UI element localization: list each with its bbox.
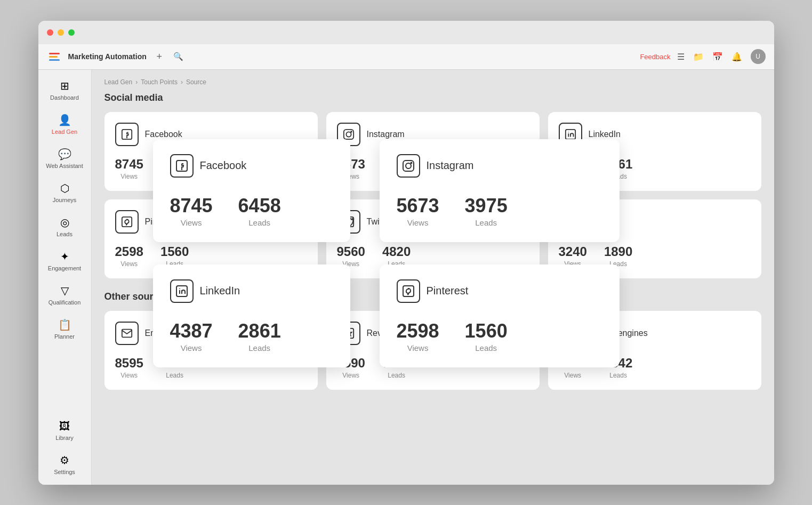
sidebar-item-leads[interactable]: ◎ Leads xyxy=(41,211,88,243)
facebook-name: Facebook xyxy=(145,130,182,139)
sidebar-item-engagement[interactable]: ✦ Engagement xyxy=(41,245,88,277)
overlay-header-pinterest: Pinterest xyxy=(397,279,602,303)
minimize-button[interactable] xyxy=(58,29,64,36)
social-section-title: Social media xyxy=(104,92,761,103)
overlay-pinterest-views-value: 2598 xyxy=(397,320,439,342)
email-views-stat: 8595 Views xyxy=(115,356,143,379)
overlay-header-facebook: Facebook xyxy=(170,154,333,178)
search-leads-label: Leads xyxy=(609,372,627,379)
breadcrumb-sep2: › xyxy=(181,78,183,86)
sidebar-label-planner: Planner xyxy=(54,333,75,340)
breadcrumb-source: Source xyxy=(186,78,206,86)
sidebar-label-lead-gen: Lead Gen xyxy=(52,129,77,135)
sidebar-item-journeys[interactable]: ⬡ Journeys xyxy=(41,177,88,209)
svg-rect-1 xyxy=(343,129,353,139)
sidebar-item-qualification[interactable]: ▽ Qualification xyxy=(41,279,88,311)
lead-gen-icon: 👤 xyxy=(58,114,71,126)
overlay-pinterest-stats: 2598 Views 1560 Leads xyxy=(397,311,602,352)
overlay-linkedin-views-label: Views xyxy=(181,343,202,352)
pinterest-views-label: Views xyxy=(120,260,138,268)
overlay-linkedin-name: LinkedIn xyxy=(200,285,240,297)
svg-point-3 xyxy=(351,131,352,132)
feedback-button[interactable]: Feedback xyxy=(640,53,670,61)
overlay-linkedin-icon xyxy=(170,279,194,303)
web-assistant-icon: 💬 xyxy=(58,148,71,161)
sidebar-item-web-assistant[interactable]: 💬 Web Assistant xyxy=(41,142,88,174)
breadcrumb-touchpoints[interactable]: Touch Points xyxy=(141,78,178,86)
overlay-facebook-views: 8745 Views xyxy=(170,195,213,227)
vk-views-stat: 3240 Views xyxy=(559,244,587,268)
add-button[interactable]: + xyxy=(153,50,166,63)
overlay-card-facebook[interactable]: Facebook 8745 Views 6458 Leads xyxy=(153,139,350,242)
overlay-linkedin-views: 4387 Views xyxy=(170,320,213,352)
overlay-instagram-leads: 3975 Leads xyxy=(465,195,508,227)
dashboard-icon: ⊞ xyxy=(60,79,69,92)
app-title: Marketing Automation xyxy=(68,52,147,61)
twitter-views-stat: 9560 Views xyxy=(337,244,365,268)
sidebar-item-dashboard[interactable]: ⊞ Dashboard xyxy=(41,74,88,106)
folder-icon[interactable]: 📁 xyxy=(693,52,704,62)
sidebar-label-qualification: Qualification xyxy=(49,299,81,306)
sidebar-label-journeys: Journeys xyxy=(53,197,77,203)
overlay-facebook-icon xyxy=(170,154,194,178)
qualification-icon: ▽ xyxy=(61,284,69,297)
sidebar-label-leads: Leads xyxy=(57,231,73,237)
overlay-facebook-stats: 8745 Views 6458 Leads xyxy=(170,186,333,227)
overlay-linkedin-leads-label: Leads xyxy=(248,343,270,352)
sidebar-item-lead-gen[interactable]: 👤 Lead Gen xyxy=(41,108,88,140)
close-button[interactable] xyxy=(47,29,53,36)
breadcrumb: Lead Gen › Touch Points › Source xyxy=(104,78,761,86)
overlay-facebook-leads: 6458 Leads xyxy=(238,195,281,227)
review-leads-label: Leads xyxy=(388,372,405,379)
svg-point-2 xyxy=(346,132,351,137)
breadcrumb-sep1: › xyxy=(135,78,138,86)
sidebar-item-library[interactable]: 🖼 Library xyxy=(41,415,88,446)
pinterest-icon xyxy=(115,210,139,234)
sidebar-label-library: Library xyxy=(55,435,74,441)
overlay-card-linkedin[interactable]: LinkedIn 4387 Views 2861 Leads xyxy=(153,264,350,367)
overlay-linkedin-leads: 2861 Leads xyxy=(238,320,281,352)
overlay-card-pinterest[interactable]: Pinterest 2598 Views 1560 Leads xyxy=(380,264,620,367)
list-icon[interactable]: ☰ xyxy=(677,52,685,62)
maximize-button[interactable] xyxy=(68,29,75,36)
facebook-icon xyxy=(115,123,139,146)
review-views-label: Views xyxy=(342,372,359,379)
vk-stats: 3240 Views 1890 Leads xyxy=(559,240,751,268)
engagement-icon: ✦ xyxy=(60,250,69,263)
overlay-pinterest-name: Pinterest xyxy=(427,285,469,297)
overlay-pinterest-leads-value: 1560 xyxy=(465,320,508,342)
sidebar-label-web-assistant: Web Assistant xyxy=(46,163,83,169)
email-icon xyxy=(115,322,139,345)
calendar-icon[interactable]: 📅 xyxy=(712,52,723,62)
facebook-views-stat: 8745 Views xyxy=(115,157,143,180)
overlay-pinterest-views: 2598 Views xyxy=(397,320,439,352)
search-button[interactable]: 🔍 xyxy=(172,50,185,63)
planner-icon: 📋 xyxy=(58,318,71,331)
sidebar-label-settings: Settings xyxy=(54,469,75,475)
breadcrumb-leadgen[interactable]: Lead Gen xyxy=(104,78,133,86)
overlay-instagram-views-label: Views xyxy=(407,218,429,227)
overlay-card-instagram[interactable]: Instagram 5673 Views 3975 Leads xyxy=(380,139,620,242)
sidebar-item-planner[interactable]: 📋 Planner xyxy=(41,313,88,345)
linkedin-name: LinkedIn xyxy=(589,130,621,139)
avatar[interactable]: U xyxy=(751,49,766,64)
vk-leads-value: 1890 xyxy=(604,244,632,259)
overlay-pinterest-views-label: Views xyxy=(407,343,429,352)
overlay-facebook-name: Facebook xyxy=(200,159,247,172)
app-logo xyxy=(47,49,62,64)
toolbar-icons: ☰ 📁 📅 🔔 U xyxy=(677,49,766,64)
twitter-views-value: 9560 xyxy=(337,244,365,259)
sidebar: ⊞ Dashboard 👤 Lead Gen 💬 Web Assistant ⬡… xyxy=(38,70,92,485)
vk-views-value: 3240 xyxy=(559,244,587,259)
content-area: Lead Gen › Touch Points › Source Social … xyxy=(92,70,774,485)
overlay-instagram-views: 5673 Views xyxy=(397,195,439,227)
library-icon: 🖼 xyxy=(59,420,70,432)
search-views-label: Views xyxy=(564,372,581,379)
overlay-pinterest-leads: 1560 Leads xyxy=(465,320,508,352)
facebook-views-label: Views xyxy=(120,173,138,180)
bell-icon[interactable]: 🔔 xyxy=(731,52,742,62)
sidebar-item-settings[interactable]: ⚙ Settings xyxy=(41,448,88,480)
pinterest-stats: 2598 Views 1560 Leads xyxy=(115,240,307,268)
overlay-header-linkedin: LinkedIn xyxy=(170,279,333,303)
pinterest-views-stat: 2598 Views xyxy=(115,244,143,268)
